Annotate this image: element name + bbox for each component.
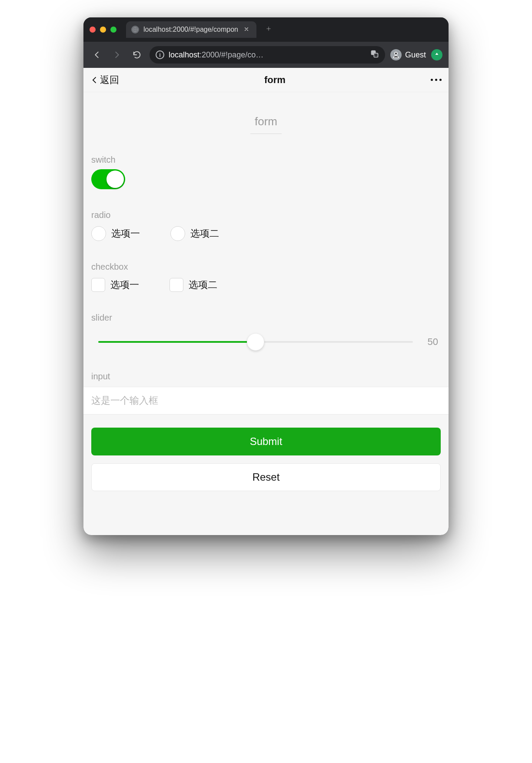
globe-icon bbox=[131, 26, 139, 33]
checkbox-option-1-label: 选项一 bbox=[110, 278, 139, 291]
radio-icon bbox=[170, 226, 185, 241]
page-heading-text: form bbox=[250, 112, 282, 134]
browser-tab-bar: localhost:2000/#!page/compon bbox=[83, 17, 449, 42]
checkbox-option-1[interactable]: 选项一 bbox=[91, 278, 139, 292]
site-info-icon[interactable]: i bbox=[156, 50, 164, 59]
switch-label: switch bbox=[91, 155, 441, 165]
switch-knob bbox=[106, 171, 124, 188]
checkbox-label: checkbox bbox=[91, 262, 441, 272]
input-field-wrapper bbox=[83, 387, 449, 415]
radio-option-1-label: 选项一 bbox=[111, 227, 140, 240]
slider-label: slider bbox=[91, 313, 441, 323]
app-title: form bbox=[264, 74, 286, 86]
window-zoom-button[interactable] bbox=[110, 27, 116, 33]
page-heading: form bbox=[83, 112, 449, 134]
tab-close-button[interactable] bbox=[243, 25, 250, 34]
window-minimize-button[interactable] bbox=[100, 27, 106, 33]
avatar-icon bbox=[390, 49, 402, 60]
translate-icon[interactable] bbox=[370, 50, 379, 60]
slider-control: 50 bbox=[91, 333, 441, 351]
extension-button[interactable] bbox=[431, 49, 442, 60]
input-label: input bbox=[91, 371, 441, 382]
new-tab-button[interactable] bbox=[262, 23, 276, 37]
radio-option-2-label: 选项二 bbox=[190, 227, 219, 240]
submit-button[interactable]: Submit bbox=[91, 428, 441, 455]
checkbox-option-2-label: 选项二 bbox=[189, 278, 217, 291]
app-back-button[interactable]: 返回 bbox=[90, 74, 119, 87]
browser-tab[interactable]: localhost:2000/#!page/compon bbox=[126, 21, 256, 38]
app-viewport: 返回 form form switch radio bbox=[83, 68, 449, 535]
radio-label: radio bbox=[91, 210, 441, 220]
reset-button-label: Reset bbox=[253, 471, 280, 483]
reset-button[interactable]: Reset bbox=[91, 463, 441, 491]
tab-title: localhost:2000/#!page/compon bbox=[143, 26, 238, 33]
checkbox-icon bbox=[170, 278, 183, 292]
dots-icon bbox=[431, 79, 433, 81]
nav-back-button[interactable] bbox=[90, 47, 104, 62]
app-header: 返回 form bbox=[83, 68, 449, 92]
app-back-label: 返回 bbox=[100, 74, 119, 87]
slider-track[interactable] bbox=[98, 333, 413, 351]
svg-point-3 bbox=[395, 52, 397, 55]
radio-group: 选项一 选项二 bbox=[91, 226, 441, 241]
profile-label: Guest bbox=[405, 50, 426, 60]
checkbox-icon bbox=[91, 278, 105, 292]
browser-window: localhost:2000/#!page/compon i bbox=[83, 17, 449, 535]
window-close-button[interactable] bbox=[90, 27, 96, 33]
nav-reload-button[interactable] bbox=[130, 47, 144, 62]
browser-toolbar: i localhost:2000/#!page/co… Guest bbox=[83, 42, 449, 68]
url-text: localhost:2000/#!page/co… bbox=[169, 50, 366, 60]
checkbox-group: 选项一 选项二 bbox=[91, 278, 441, 292]
address-bar[interactable]: i localhost:2000/#!page/co… bbox=[150, 46, 385, 64]
svg-rect-2 bbox=[374, 53, 378, 57]
switch-toggle[interactable] bbox=[91, 169, 125, 189]
submit-button-label: Submit bbox=[250, 435, 283, 448]
radio-icon bbox=[91, 226, 106, 241]
app-more-button[interactable] bbox=[431, 79, 442, 81]
slider-thumb[interactable] bbox=[247, 333, 264, 351]
radio-option-2[interactable]: 选项二 bbox=[170, 226, 219, 241]
slider-value: 50 bbox=[421, 336, 438, 348]
form-buttons: Submit Reset bbox=[83, 415, 449, 491]
radio-option-1[interactable]: 选项一 bbox=[91, 226, 140, 241]
window-controls bbox=[90, 27, 116, 33]
text-input[interactable] bbox=[91, 395, 441, 406]
profile-button[interactable]: Guest bbox=[390, 49, 426, 60]
nav-forward-button[interactable] bbox=[110, 47, 124, 62]
checkbox-option-2[interactable]: 选项二 bbox=[170, 278, 217, 292]
slider-fill bbox=[98, 341, 256, 343]
